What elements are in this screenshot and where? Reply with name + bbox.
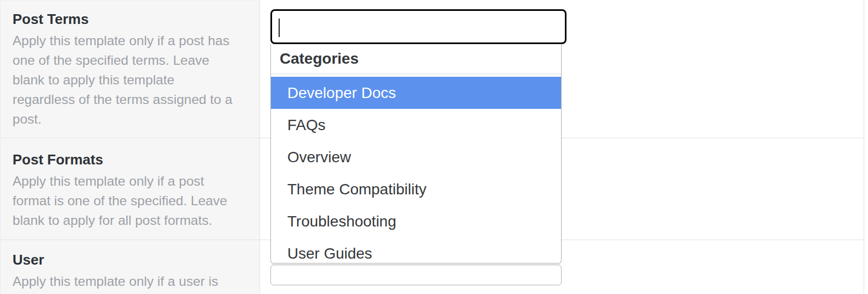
post-terms-select-control[interactable] — [270, 9, 566, 44]
post-terms-search-input[interactable] — [278, 11, 556, 42]
user-select-input[interactable] — [270, 265, 562, 285]
post-formats-label: Post Formats — [13, 150, 246, 169]
dropdown-group-header-categories: Categories — [271, 44, 561, 74]
user-label: User — [13, 250, 246, 270]
dropdown-option-user-guides[interactable]: User Guides — [271, 237, 561, 264]
dropdown-option-troubleshooting[interactable]: Troubleshooting — [271, 205, 561, 237]
user-row-label: User Apply this template only if a user … — [13, 250, 246, 291]
user-description: Apply this template only if a user is — [13, 272, 246, 291]
dropdown-option-developer-docs[interactable]: Developer Docs — [271, 77, 561, 109]
dropdown-option-overview[interactable]: Overview — [271, 141, 561, 173]
dropdown-option-theme-compatibility[interactable]: Theme Compatibility — [271, 173, 561, 205]
post-formats-row-label: Post Formats Apply this template only if… — [13, 150, 246, 230]
dropdown-options-list: Developer Docs FAQs Overview Theme Compa… — [271, 74, 561, 264]
dropdown-option-faqs[interactable]: FAQs — [271, 109, 561, 141]
post-terms-dropdown: Categories Developer Docs FAQs Overview … — [270, 44, 562, 264]
post-terms-row-label: Post Terms Apply this template only if a… — [13, 9, 246, 129]
post-formats-description: Apply this template only if a post forma… — [13, 171, 246, 230]
table-right-border — [864, 0, 864, 294]
label-column: Post Terms Apply this template only if a… — [0, 0, 260, 294]
text-cursor — [279, 19, 280, 37]
post-terms-description: Apply this template only if a post has o… — [13, 31, 246, 129]
post-terms-label: Post Terms — [13, 9, 246, 29]
template-conditions-settings-table: Post Terms Apply this template only if a… — [0, 0, 868, 294]
